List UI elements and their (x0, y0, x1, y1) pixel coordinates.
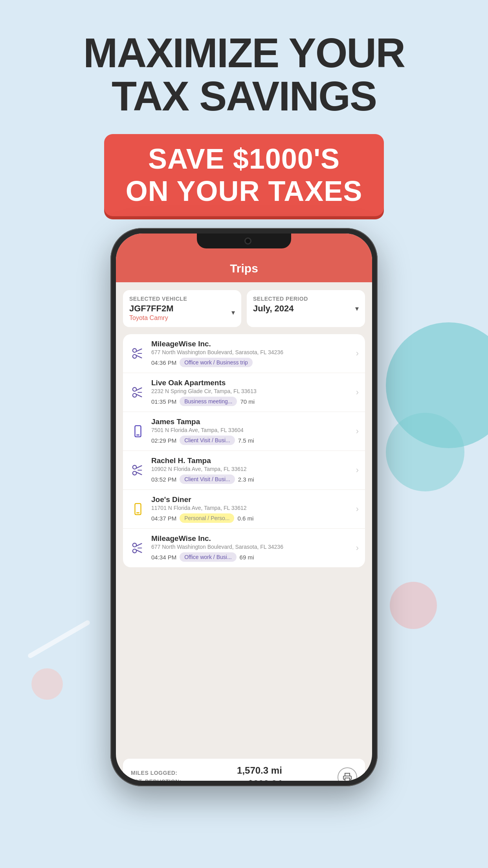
stats-labels: MILES LOGGED: EST. DEDUCTION: (131, 770, 182, 781)
trip-name: Joe's Diner (151, 495, 354, 504)
trip-address: 677 North Washington Boulevard, Sarasota… (151, 544, 354, 550)
bg-decoration-teal2 (386, 413, 464, 491)
trip-time: 04:34 PM (151, 554, 176, 561)
trip-tag: Client Visit / Busi... (180, 474, 235, 484)
vehicle-chevron-icon: ▾ (231, 308, 235, 317)
trip-icon (129, 423, 147, 440)
trip-tags: 04:36 PM Office work / Business trip (151, 358, 354, 367)
print-button[interactable] (338, 767, 357, 781)
trip-item[interactable]: Joe's Diner 11701 N Florida Ave, Tampa, … (123, 490, 365, 529)
trip-tags: 04:34 PM Office work / Busi... 69 mi (151, 552, 354, 562)
trip-chevron-icon: › (356, 465, 359, 475)
trip-item[interactable]: Live Oak Apartments 2232 N Spring Glade … (123, 373, 365, 412)
trip-chevron-icon: › (356, 543, 359, 553)
trip-tags: 01:35 PM Business meeting... 70 mi (151, 397, 354, 406)
vehicle-selector[interactable]: SELECTED VEHICLE JGF7FF2M Toyota Camry ▾ (123, 290, 241, 327)
trip-name: MileageWise Inc. (151, 340, 354, 348)
trip-tags: 02:29 PM Client Visit / Busi... 7.5 mi (151, 436, 354, 445)
main-headline: MAXIMIZE YOUR TAX SAVINGS (0, 31, 488, 118)
promo-badge: SAVE $1000'S ON YOUR TAXES (104, 134, 384, 217)
phone-inner: Trips SELECTED VEHICLE JGF7FF2M Toyota C… (116, 234, 372, 781)
trip-info: Joe's Diner 11701 N Florida Ave, Tampa, … (151, 495, 354, 523)
trip-icon (129, 384, 147, 401)
trip-tag: Personal / Perso... (180, 513, 234, 523)
deduction-label: EST. DEDUCTION: (131, 778, 182, 781)
trip-miles: 69 mi (240, 554, 254, 561)
trip-tags: 04:37 PM Personal / Perso... 0.6 mi (151, 513, 354, 523)
trip-time: 03:52 PM (151, 476, 176, 483)
trip-tag: Office work / Busi... (180, 552, 236, 562)
trip-time: 04:36 PM (151, 359, 176, 366)
trip-tag: Office work / Business trip (180, 358, 253, 367)
svg-line-7 (136, 388, 141, 391)
stats-values: 1,570.3 mi $893.24 (237, 765, 282, 781)
period-selector[interactable]: SELECTED PERIOD July, 2024 ▾ (247, 290, 365, 327)
phone-mockup: Trips SELECTED VEHICLE JGF7FF2M Toyota C… (110, 228, 378, 786)
trip-address: 7501 N Florida Ave, Tampa, FL 33604 (151, 427, 354, 433)
trip-time: 01:35 PM (151, 398, 176, 405)
trip-icon (129, 500, 147, 518)
svg-line-14 (136, 466, 141, 469)
trip-address: 11701 N Florida Ave, Tampa, FL 33612 (151, 505, 354, 511)
trip-item[interactable]: MileageWise Inc. 677 North Washington Bo… (123, 334, 365, 373)
phone-outer: Trips SELECTED VEHICLE JGF7FF2M Toyota C… (110, 228, 378, 786)
miles-value: 1,570.3 mi (237, 765, 282, 776)
vehicle-selector-sub: Toyota Camry (129, 314, 173, 322)
vehicle-selector-label: SELECTED VEHICLE (129, 296, 235, 302)
period-chevron-icon: ▾ (355, 304, 359, 313)
trip-icon (129, 539, 147, 557)
svg-line-3 (136, 355, 141, 358)
trip-info: MileageWise Inc. 677 North Washington Bo… (151, 340, 354, 367)
trip-tags: 03:52 PM Client Visit / Busi... 2.3 mi (151, 474, 354, 484)
bg-decoration-pink2 (31, 668, 63, 700)
trip-miles: 7.5 mi (238, 437, 254, 444)
svg-line-2 (136, 349, 141, 352)
svg-line-8 (136, 394, 141, 397)
trip-name: MileageWise Inc. (151, 534, 354, 543)
phone-notch (197, 234, 291, 248)
trip-item[interactable]: James Tampa 7501 N Florida Ave, Tampa, F… (123, 412, 365, 451)
phone-content: SELECTED VEHICLE JGF7FF2M Toyota Camry ▾… (116, 282, 372, 753)
svg-line-15 (136, 472, 141, 475)
vehicle-selector-value: JGF7FF2M (129, 303, 173, 314)
trip-address: 10902 N Florida Ave, Tampa, FL 33612 (151, 466, 354, 472)
miles-label: MILES LOGGED: (131, 770, 182, 776)
trip-info: Rachel H. Tampa 10902 N Florida Ave, Tam… (151, 456, 354, 484)
trip-item[interactable]: MileageWise Inc. 677 North Washington Bo… (123, 529, 365, 567)
trip-name: Rachel H. Tampa (151, 456, 354, 465)
svg-line-21 (136, 544, 141, 546)
trip-name: James Tampa (151, 417, 354, 426)
trip-tag: Client Visit / Busi... (180, 436, 235, 445)
deduction-value: $893.24 (248, 778, 282, 781)
selectors-row: SELECTED VEHICLE JGF7FF2M Toyota Camry ▾… (123, 290, 365, 327)
trip-tag: Business meeting... (180, 397, 237, 406)
vehicle-selector-value-row: JGF7FF2M Toyota Camry ▾ (129, 303, 235, 322)
trip-miles: 0.6 mi (237, 515, 253, 522)
period-selector-value: July, 2024 (253, 303, 294, 314)
svg-rect-24 (345, 778, 350, 781)
trip-icon (129, 462, 147, 479)
trip-miles: 70 mi (240, 398, 255, 405)
trip-name: Live Oak Apartments (151, 379, 354, 387)
trip-info: Live Oak Apartments 2232 N Spring Glade … (151, 379, 354, 406)
trip-info: James Tampa 7501 N Florida Ave, Tampa, F… (151, 417, 354, 445)
trip-icon (129, 345, 147, 362)
trip-chevron-icon: › (356, 348, 359, 359)
period-selector-label: SELECTED PERIOD (253, 296, 359, 302)
trip-time: 04:37 PM (151, 515, 176, 522)
trip-address: 2232 N Spring Glade Cir, Tampa, FL 33613 (151, 388, 354, 394)
footer-stats: MILES LOGGED: EST. DEDUCTION: 1,570.3 mi… (123, 759, 365, 781)
trip-address: 677 North Washington Boulevard, Sarasota… (151, 349, 354, 355)
trip-time: 02:29 PM (151, 437, 176, 444)
bg-decoration-stripe (27, 620, 91, 659)
bg-decoration-pink (390, 582, 437, 629)
trip-chevron-icon: › (356, 426, 359, 436)
trip-chevron-icon: › (356, 387, 359, 397)
trip-item[interactable]: Rachel H. Tampa 10902 N Florida Ave, Tam… (123, 451, 365, 490)
header-section: MAXIMIZE YOUR TAX SAVINGS SAVE $1000'S O… (0, 0, 488, 216)
promo-badge-wrapper: SAVE $1000'S ON YOUR TAXES (0, 134, 488, 217)
period-selector-value-row: July, 2024 ▾ (253, 303, 359, 314)
trip-chevron-icon: › (356, 504, 359, 514)
trips-list: MileageWise Inc. 677 North Washington Bo… (123, 334, 365, 567)
phone-header: Trips (116, 255, 372, 282)
